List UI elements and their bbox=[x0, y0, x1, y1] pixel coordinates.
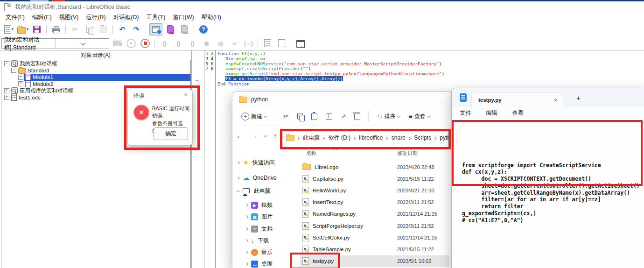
chevron-right-icon[interactable] bbox=[237, 162, 239, 164]
modules-button[interactable] bbox=[261, 38, 273, 49]
copy-button[interactable] bbox=[297, 113, 303, 120]
forward-button[interactable]: → bbox=[251, 132, 258, 140]
step-out-button[interactable]: {} bbox=[186, 38, 198, 49]
library-selector[interactable]: [我的宏和对话框].Standard bbox=[1, 38, 109, 49]
menu-item[interactable]: 帮助(H) bbox=[198, 13, 225, 22]
expand-icon[interactable]: + bbox=[18, 75, 23, 80]
breadcrumb-item[interactable]: python bbox=[440, 134, 452, 141]
rename-button[interactable] bbox=[326, 113, 332, 120]
sidebar-item[interactable]: ☁OneDrive bbox=[237, 174, 277, 182]
menu-item[interactable]: 工具(T) bbox=[143, 13, 169, 22]
breadcrumb[interactable]: ›此电脑›软件 (D:)›libreoffice›share›Scripts›p… bbox=[282, 131, 452, 144]
notepad-tab[interactable]: testpy.py × bbox=[471, 92, 563, 107]
new-document-button[interactable]: ▾ bbox=[3, 24, 15, 35]
sidebar-item[interactable]: ▭桌面 bbox=[245, 260, 273, 268]
tree-item-module1[interactable]: +Module1 bbox=[1, 74, 190, 81]
new-item-button[interactable]: + 新建 bbox=[241, 113, 267, 120]
menu-item[interactable]: 编辑(E) bbox=[28, 13, 56, 22]
ok-button[interactable]: 确定 bbox=[154, 127, 188, 140]
breadcrumb-item[interactable]: share bbox=[392, 134, 406, 141]
sidebar-item[interactable]: ≡文档 bbox=[245, 225, 273, 233]
file-row-capitalisepy[interactable]: Capitalise.py2021/5/15 11:22 bbox=[300, 173, 449, 184]
step-over-button[interactable]: {} bbox=[158, 38, 170, 49]
step-into-button[interactable]: {} bbox=[172, 38, 184, 49]
copy-button[interactable] bbox=[83, 24, 95, 35]
chevron-right-icon[interactable] bbox=[245, 263, 248, 265]
save-button[interactable] bbox=[31, 24, 43, 35]
expand-icon[interactable]: + bbox=[4, 88, 9, 93]
file-row-setcellcolorpy[interactable]: SetCellColor.py2021/12/14 21:15 bbox=[300, 232, 449, 243]
file-row-scriptforgehelperpy[interactable]: ScriptForgeHelper.py2023/3/11 21:52 bbox=[300, 220, 449, 232]
file-row-inserttextpy[interactable]: InsertText.py2023/3/11 21:52 bbox=[300, 197, 449, 208]
chevron-down-icon[interactable] bbox=[237, 191, 239, 192]
explorer-tab-title[interactable]: python bbox=[251, 96, 268, 103]
watch-button[interactable]: ∞ bbox=[228, 38, 240, 49]
tree-item-[interactable]: -我的宏和对话框 bbox=[1, 60, 190, 67]
chevron-right-icon[interactable] bbox=[245, 251, 248, 254]
dialog-button[interactable] bbox=[164, 24, 176, 35]
view-button[interactable]: ≡ 查看 bbox=[408, 113, 430, 120]
file-row-helloworldpy[interactable]: HelloWorld.py2023/4/21 21:30 bbox=[300, 184, 449, 196]
column-header-name[interactable]: 名称 bbox=[306, 150, 316, 157]
chevron-right-icon[interactable] bbox=[245, 240, 248, 242]
breakpoint-button[interactable]: ◉ bbox=[200, 38, 212, 49]
expand-icon[interactable]: + bbox=[4, 95, 9, 100]
chevron-right-icon[interactable] bbox=[245, 216, 248, 218]
sidebar-item[interactable]: ▦图片 bbox=[245, 213, 273, 221]
basic-code-editor[interactable]: Function FX(x,y,z) Dim mspf,sp, ox mspf=… bbox=[217, 51, 444, 92]
back-button[interactable]: ← bbox=[236, 132, 243, 140]
menu-item[interactable]: 文件(F) bbox=[2, 13, 28, 22]
cut-button[interactable]: ✂ bbox=[283, 113, 289, 120]
export-source-button[interactable] bbox=[275, 38, 287, 49]
paste-button[interactable] bbox=[97, 24, 109, 35]
panel-splitter[interactable] bbox=[191, 50, 192, 268]
menu-item[interactable]: 视图(V) bbox=[56, 13, 83, 22]
sidebar-item[interactable]: 此电脑 bbox=[237, 187, 271, 195]
new-tab-button[interactable]: + bbox=[576, 94, 581, 102]
tree-item-standard[interactable]: -Standard bbox=[1, 67, 190, 74]
help-button[interactable]: ? bbox=[197, 24, 210, 35]
find-parentheses-button[interactable]: {→} bbox=[242, 38, 254, 49]
menu-item[interactable]: 对话框(D) bbox=[110, 13, 143, 22]
sidebar-item[interactable]: ♪音乐 bbox=[245, 248, 273, 256]
chevron-right-icon[interactable] bbox=[245, 228, 248, 230]
collapse-icon[interactable]: - bbox=[4, 61, 9, 66]
sidebar-item[interactable]: ↓下载 bbox=[245, 237, 269, 245]
breadcrumb-item[interactable]: 此电脑 bbox=[303, 134, 320, 142]
file-row-tablesamplepy[interactable]: TableSample.py2021/5/15 11:22 bbox=[300, 243, 449, 255]
notepad-menu-item[interactable]: 编辑 bbox=[486, 109, 497, 117]
macro-organizer-button[interactable] bbox=[178, 24, 190, 35]
chevron-down-icon[interactable]: ▾ bbox=[12, 27, 14, 31]
run-button[interactable]: ▶ bbox=[125, 38, 137, 49]
expand-icon[interactable]: + bbox=[18, 81, 23, 86]
chevron-down-icon[interactable]: ▾ bbox=[27, 27, 28, 31]
breadcrumb-item[interactable]: libreoffice bbox=[359, 134, 383, 141]
dock-window-button[interactable] bbox=[294, 38, 307, 49]
python-code[interactable]: from scriptforge import CreateScriptServ… bbox=[462, 162, 640, 224]
chevron-right-icon[interactable] bbox=[237, 177, 239, 179]
notepad-editor[interactable]: from scriptforge import CreateScriptServ… bbox=[452, 119, 644, 268]
chevron-down-icon[interactable] bbox=[55, 39, 109, 49]
column-header-date[interactable]: 修改日期 bbox=[397, 150, 418, 157]
chevron-down-icon[interactable] bbox=[264, 134, 267, 137]
cut-button[interactable]: ✂ bbox=[69, 24, 81, 35]
print-button[interactable] bbox=[50, 24, 62, 35]
notepad-menu-item[interactable]: 查看 bbox=[512, 109, 524, 117]
open-button[interactable]: ▾ bbox=[17, 24, 29, 35]
file-row-testpypy[interactable]: testpy.py2023/5/1 10:02 bbox=[300, 255, 449, 267]
tree-item-module2[interactable]: +Module2 bbox=[1, 81, 190, 88]
breadcrumb-item[interactable]: 软件 (D:) bbox=[329, 134, 350, 142]
share-button[interactable]: ↗ bbox=[341, 113, 346, 120]
chevron-right-icon[interactable] bbox=[245, 204, 248, 206]
file-row-librelogo[interactable]: LibreLogo2023/4/20 22:48 bbox=[300, 161, 449, 173]
sidebar-item[interactable]: ★快速访问 bbox=[237, 158, 274, 167]
breadcrumb-item[interactable]: Scripts bbox=[414, 134, 431, 141]
notepad-menu-item[interactable]: 文件 bbox=[460, 109, 471, 117]
delete-button[interactable] bbox=[354, 113, 360, 120]
manage-breakpoints-button[interactable]: ◎ bbox=[214, 38, 226, 49]
sidebar-item[interactable]: ▶视频 bbox=[245, 201, 273, 209]
dialog-select-button[interactable] bbox=[149, 23, 162, 35]
compile-button[interactable] bbox=[111, 38, 123, 49]
up-button[interactable]: ↑ bbox=[273, 132, 277, 140]
undo-button[interactable]: ↶ bbox=[116, 24, 128, 35]
